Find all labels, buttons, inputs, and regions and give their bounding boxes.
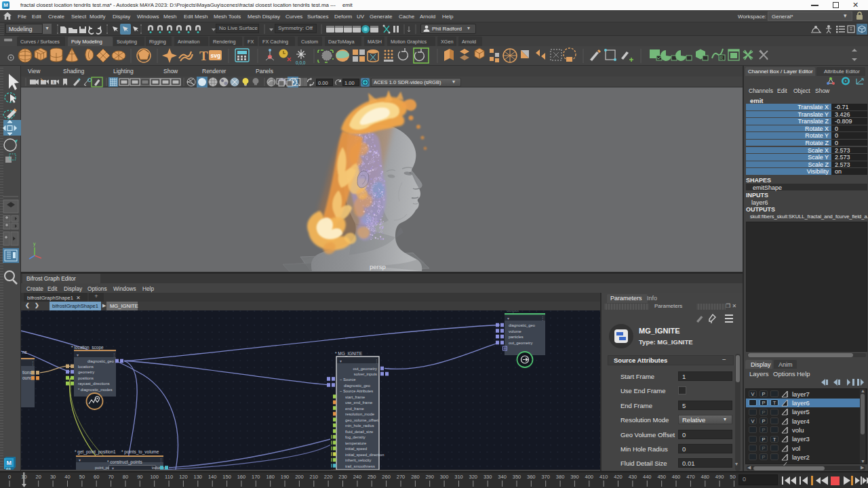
svg-text:150: 150 <box>222 474 231 480</box>
svg-text:330: 330 <box>484 474 492 480</box>
svg-text:out_geometry: out_geometry <box>353 367 378 371</box>
svg-text:370: 370 <box>541 474 550 480</box>
svg-text:30: 30 <box>50 474 56 480</box>
svg-text:end_frame: end_frame <box>345 407 364 411</box>
svg-text:450: 450 <box>657 474 666 480</box>
svg-text:fluid_detail_size: fluid_detail_size <box>345 430 373 434</box>
svg-text:use_end_frame: use_end_frame <box>345 401 372 405</box>
svg-text:280: 280 <box>411 474 420 480</box>
svg-text:50: 50 <box>79 474 85 480</box>
svg-text:0: 0 <box>8 474 11 480</box>
svg-text:M: M <box>7 460 12 466</box>
svg-text:temperature: temperature <box>345 441 366 445</box>
svg-text:230: 230 <box>338 474 347 480</box>
svg-text:positions: positions <box>78 376 94 380</box>
svg-text:* diagnostic_modes: * diagnostic_modes <box>78 388 113 392</box>
svg-text:490: 490 <box>715 474 724 480</box>
svg-text:420: 420 <box>614 474 623 480</box>
svg-text:110: 110 <box>165 474 173 480</box>
svg-text:tions: tions <box>22 370 32 375</box>
svg-text:point_po: point_po <box>95 466 110 470</box>
svg-text:40: 40 <box>64 474 70 480</box>
svg-text:volume: volume <box>509 329 521 333</box>
svg-text:270: 270 <box>397 474 406 480</box>
svg-text:inherit_velocity: inherit_velocity <box>345 458 371 462</box>
svg-text:470: 470 <box>686 474 695 480</box>
svg-text:130: 130 <box>194 474 203 480</box>
svg-text:380: 380 <box>556 474 565 480</box>
svg-text:start_frame: start_frame <box>345 395 365 399</box>
svg-text:▾: ▾ <box>79 458 81 462</box>
svg-text:y: y <box>33 241 36 247</box>
svg-text:70: 70 <box>108 474 113 480</box>
svg-text:440: 440 <box>643 474 652 480</box>
svg-text:250: 250 <box>368 474 376 480</box>
svg-text:240: 240 <box>353 474 362 480</box>
svg-text:220: 220 <box>324 474 333 480</box>
svg-text:360: 360 <box>527 474 536 480</box>
svg-text:340: 340 <box>498 474 507 480</box>
svg-text:fog_density: fog_density <box>345 435 366 439</box>
svg-text:⋮: ⋮ <box>540 316 545 321</box>
svg-text:out_geometry: out_geometry <box>509 341 533 345</box>
svg-text:410: 410 <box>599 474 608 480</box>
svg-text:geo_volume_offset: geo_volume_offset <box>345 418 378 422</box>
svg-text:initial_speed: initial_speed <box>345 447 367 451</box>
svg-text:390: 390 <box>570 474 579 480</box>
svg-text:* construct_points: * construct_points <box>107 460 142 465</box>
svg-text:460: 460 <box>672 474 681 480</box>
svg-text:* location_scope: * location_scope <box>71 345 104 350</box>
svg-text:260: 260 <box>382 474 391 480</box>
svg-text:trail_smoothness: trail_smoothness <box>345 464 375 468</box>
svg-text:svg: svg <box>211 52 221 59</box>
svg-text:AYA: AYA <box>6 468 11 470</box>
svg-text:120: 120 <box>179 474 188 480</box>
svg-text:solver_inputs: solver_inputs <box>354 372 377 376</box>
svg-text:* get_point_position1: * get_point_position1 <box>75 449 116 455</box>
svg-text:160: 160 <box>237 474 246 480</box>
svg-text:430: 430 <box>629 474 637 480</box>
svg-text:▾: ▾ <box>77 353 79 357</box>
svg-text:diagnostic_geo: diagnostic_geo <box>87 359 114 363</box>
svg-text:initial_speed_direction: initial_speed_direction <box>345 453 384 457</box>
svg-text:diagnostic_geo: diagnostic_geo <box>509 323 535 327</box>
svg-text:100: 100 <box>150 474 159 480</box>
svg-text:diagnostic_geo: diagnostic_geo <box>344 384 370 388</box>
svg-text:80: 80 <box>123 474 128 480</box>
svg-text:190: 190 <box>281 474 290 480</box>
svg-text:⋮: ⋮ <box>374 359 379 363</box>
svg-text:170: 170 <box>252 474 260 480</box>
svg-text:500: 500 <box>730 474 736 480</box>
svg-text:T: T <box>199 49 208 63</box>
svg-text:310: 310 <box>454 474 463 480</box>
svg-text:▾: ▾ <box>340 359 342 363</box>
svg-text:resolution_mode: resolution_mode <box>345 412 374 416</box>
svg-text:400: 400 <box>585 474 594 480</box>
svg-text:290: 290 <box>425 474 434 480</box>
svg-text:180: 180 <box>266 474 275 480</box>
svg-text:20: 20 <box>36 474 41 480</box>
svg-text:locations: locations <box>78 365 94 369</box>
svg-text:⋮: ⋮ <box>31 361 35 365</box>
svg-text:300: 300 <box>440 474 449 480</box>
svg-text:raycast_directions: raycast_directions <box>78 382 110 386</box>
svg-text:90: 90 <box>137 474 142 480</box>
svg-text:particles: particles <box>509 335 524 339</box>
svg-text:210: 210 <box>310 474 319 480</box>
svg-text:* MG_IGNITE: * MG_IGNITE <box>335 351 363 357</box>
svg-text:min_hole_radius: min_hole_radius <box>345 424 374 428</box>
svg-text:ound: ound <box>22 375 33 380</box>
svg-text:* points_to_volume: * points_to_volume <box>121 449 159 455</box>
svg-text:⋮: ⋮ <box>159 458 163 462</box>
svg-text:geometry: geometry <box>78 370 94 374</box>
svg-text:▾: ▾ <box>112 466 114 470</box>
svg-text:60: 60 <box>94 474 99 480</box>
svg-text:− Source Attributes: − Source Attributes <box>340 389 373 393</box>
svg-text:480: 480 <box>701 474 710 480</box>
svg-text:− Source: − Source <box>340 378 355 382</box>
svg-text:140: 140 <box>208 474 217 480</box>
svg-text:320: 320 <box>469 474 478 480</box>
svg-text:200: 200 <box>295 474 304 480</box>
svg-text:0,0,0: 0,0,0 <box>296 60 306 65</box>
svg-text:persp: persp <box>370 263 386 270</box>
